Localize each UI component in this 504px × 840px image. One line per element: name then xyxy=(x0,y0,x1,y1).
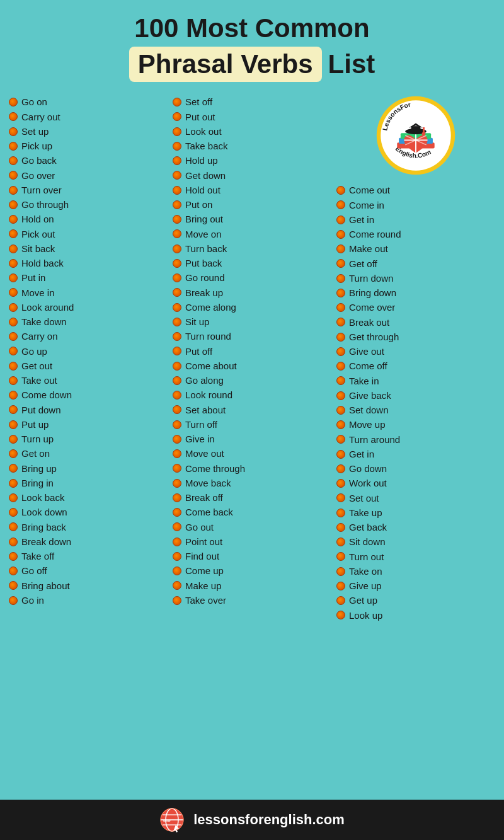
list-item: Come up xyxy=(173,563,331,578)
bullet-icon xyxy=(173,171,181,180)
phrasal-verb-label: Bring down xyxy=(349,285,396,300)
bullet-icon xyxy=(336,362,345,371)
bullet-icon xyxy=(336,406,345,415)
phrasal-verb-label: Carry out xyxy=(21,110,60,124)
bullet-icon xyxy=(9,508,18,517)
phrasal-verb-label: Give out xyxy=(349,344,384,359)
bullet-icon xyxy=(9,273,18,282)
list-item: Hold up xyxy=(173,153,331,168)
phrasal-verb-label: Go out xyxy=(185,520,214,534)
phrasal-verb-label: Get on xyxy=(21,446,50,461)
bullet-icon xyxy=(173,186,181,195)
bullet-icon xyxy=(9,156,18,165)
phrasal-verb-label: Bring in xyxy=(21,476,54,490)
bullet-icon xyxy=(173,156,181,165)
bullet-icon xyxy=(173,596,181,605)
bullet-icon xyxy=(173,303,181,312)
phrasal-verb-label: Look around xyxy=(21,300,74,314)
title-line1: 100 Most Common xyxy=(6,13,498,44)
phrasal-verb-label: Put on xyxy=(185,197,212,212)
list-item: Bring back xyxy=(9,520,168,534)
list-item: Get down xyxy=(173,168,331,183)
list-item: Put in xyxy=(9,270,168,285)
phrasal-verb-label: Bring back xyxy=(21,520,66,534)
phrasal-verb-label: Turn out xyxy=(349,549,384,564)
svg-rect-8 xyxy=(411,127,421,134)
phrasal-verb-label: Come through xyxy=(185,461,245,476)
list-item: Come through xyxy=(173,461,331,476)
list-item: Come about xyxy=(173,359,331,373)
bullet-icon xyxy=(9,347,18,355)
list-item: Move up xyxy=(336,417,495,432)
phrasal-verb-label: Turn around xyxy=(349,432,400,447)
bullet-icon xyxy=(173,229,181,238)
bullet-icon xyxy=(336,509,345,517)
list-item: Put out xyxy=(173,110,331,124)
bullet-icon xyxy=(9,229,18,238)
phrasal-verb-label: Break off xyxy=(185,490,223,505)
bullet-icon xyxy=(9,318,18,326)
list-item: Get out xyxy=(9,359,168,373)
list-item: Make up xyxy=(173,578,331,593)
list-item: Hold on xyxy=(9,212,168,226)
bullet-icon xyxy=(336,435,345,444)
list-item: Point out xyxy=(173,534,331,549)
phrasal-verb-label: Move on xyxy=(185,227,222,241)
list-item: Come round xyxy=(336,227,495,241)
bullet-icon xyxy=(173,288,181,297)
bullet-icon xyxy=(9,435,18,444)
phrasal-verb-label: Come about xyxy=(185,359,237,373)
logo-area: LessonsFor English.Com xyxy=(336,95,495,176)
bullet-icon xyxy=(9,200,18,209)
list-item: Take up xyxy=(336,505,495,520)
bullet-icon xyxy=(336,259,345,268)
list-item: Go out xyxy=(173,520,331,534)
bullet-icon xyxy=(9,391,18,400)
phrasal-verb-label: Move up xyxy=(349,417,386,432)
list-item: Give back xyxy=(336,388,495,403)
list-item: Break down xyxy=(9,534,168,549)
list-item: Go back xyxy=(9,153,168,168)
bullet-icon xyxy=(336,186,345,195)
bullet-icon xyxy=(9,552,18,561)
phrasal-verb-label: Go off xyxy=(21,563,47,578)
phrasal-verb-label: Come up xyxy=(185,563,224,578)
bullet-icon xyxy=(173,493,181,502)
bullet-icon xyxy=(9,142,18,151)
phrasal-verb-label: Bring about xyxy=(21,578,70,593)
bullet-icon xyxy=(9,186,18,195)
bullet-icon xyxy=(9,420,18,429)
phrasal-verb-label: Come over xyxy=(349,300,395,314)
footer: www lessonsforenglish.com xyxy=(0,800,504,840)
list-item: Bring out xyxy=(173,212,331,226)
phrasal-verb-label: Take out xyxy=(21,373,57,388)
bullet-icon xyxy=(173,112,181,121)
bullet-icon xyxy=(173,405,181,414)
phrasal-verb-label: Turn down xyxy=(349,271,393,285)
list-item: Look up xyxy=(336,608,495,623)
phrasal-verb-label: Take on xyxy=(349,564,382,578)
list-item: Hold back xyxy=(9,256,168,270)
list-item: Get on xyxy=(9,446,168,461)
list-item: Turn back xyxy=(173,241,331,256)
list-item: Take on xyxy=(336,564,495,578)
list-item: Come off xyxy=(336,359,495,373)
bullet-icon xyxy=(336,523,345,532)
list-item: Look down xyxy=(9,505,168,519)
phrasal-verb-label: Turn over xyxy=(21,183,62,197)
phrasal-verb-label: Take over xyxy=(185,593,226,607)
bullet-icon xyxy=(173,391,181,400)
phrasal-verb-label: Break out xyxy=(349,315,389,330)
phrasal-verb-label: Bring up xyxy=(21,461,57,476)
list-item: Break out xyxy=(336,315,495,330)
bullet-icon xyxy=(173,581,181,590)
list-item: Turn round xyxy=(173,329,331,343)
phrasal-verb-label: Go through xyxy=(21,197,69,212)
phrasal-verb-label: Break down xyxy=(21,534,71,549)
phrasal-verb-label: Put out xyxy=(185,110,215,124)
list-item: Get in xyxy=(336,212,495,227)
bullet-icon xyxy=(9,522,18,531)
bullet-icon xyxy=(173,98,181,106)
list-item: Turn around xyxy=(336,432,495,447)
phrasal-verb-label: Set down xyxy=(349,403,389,417)
